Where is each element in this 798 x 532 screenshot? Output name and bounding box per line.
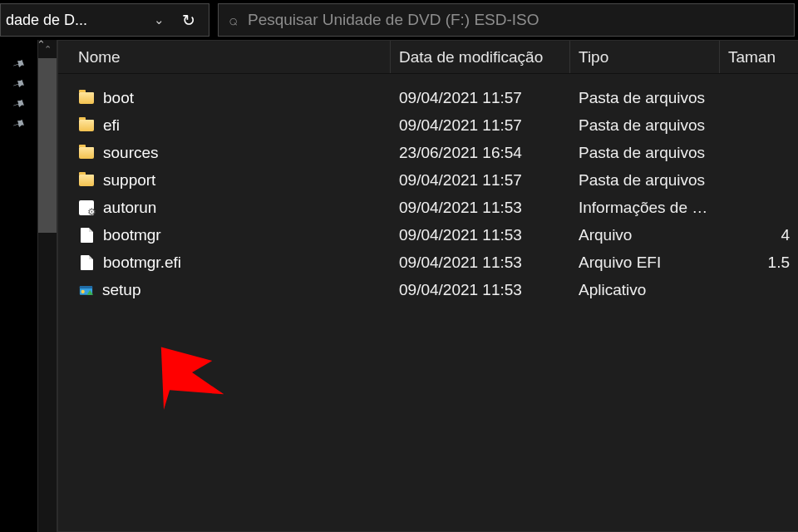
svg-rect-1 bbox=[80, 286, 92, 288]
file-date-cell: 09/04/2021 11:53 bbox=[391, 254, 570, 272]
file-name-cell: autorun bbox=[58, 199, 391, 217]
file-name-cell: efi bbox=[58, 116, 391, 135]
file-name-cell: support bbox=[58, 171, 391, 190]
folder-icon bbox=[78, 117, 95, 134]
search-icon: ⌕ bbox=[229, 12, 238, 29]
sort-indicator-icon: ⌃ bbox=[37, 38, 46, 51]
file-date-cell: 09/04/2021 11:57 bbox=[391, 171, 570, 190]
annotation-arrow-icon bbox=[126, 340, 226, 423]
file-name-label: autorun bbox=[103, 199, 156, 217]
pin-icon[interactable] bbox=[11, 96, 27, 112]
file-name-label: bootmgr bbox=[103, 226, 161, 244]
file-name-label: setup bbox=[102, 281, 140, 299]
file-name-label: bootmgr.efi bbox=[103, 254, 181, 272]
refresh-icon[interactable]: ↻ bbox=[175, 11, 202, 30]
file-name-label: sources bbox=[103, 144, 159, 162]
file-name-cell: bootmgr.efi bbox=[58, 254, 391, 272]
file-icon bbox=[78, 254, 95, 271]
file-size-cell: 4 bbox=[720, 226, 798, 244]
file-panel: Nome Data de modificação Tipo Taman boot… bbox=[57, 40, 798, 532]
address-label: dade de D... bbox=[1, 12, 142, 29]
pin-icon[interactable] bbox=[11, 57, 27, 72]
file-row[interactable]: bootmgr09/04/2021 11:53Arquivo4 bbox=[58, 221, 798, 249]
folder-icon bbox=[78, 90, 95, 106]
file-date-cell: 09/04/2021 11:53 bbox=[391, 199, 570, 217]
column-header-date[interactable]: Data de modificação bbox=[391, 41, 570, 73]
file-row[interactable]: autorun09/04/2021 11:53Informações de co… bbox=[58, 194, 798, 221]
file-type-cell: Arquivo EFI bbox=[570, 254, 720, 272]
file-row[interactable]: support09/04/2021 11:57Pasta de arquivos bbox=[58, 166, 798, 194]
address-bar[interactable]: dade de D... ⌄ ↻ bbox=[0, 3, 209, 37]
file-name-cell: boot bbox=[58, 89, 391, 107]
columns-header: Nome Data de modificação Tipo Taman bbox=[58, 41, 798, 74]
file-icon bbox=[78, 227, 95, 244]
file-type-cell: Aplicativo bbox=[570, 281, 720, 299]
file-name-label: boot bbox=[103, 89, 134, 107]
file-date-cell: 23/06/2021 16:54 bbox=[391, 144, 570, 162]
file-name-label: efi bbox=[103, 116, 120, 135]
file-row[interactable]: boot09/04/2021 11:57Pasta de arquivos bbox=[58, 84, 798, 111]
pin-icon[interactable] bbox=[11, 116, 27, 132]
file-type-cell: Pasta de arquivos bbox=[570, 116, 720, 135]
file-row[interactable]: bootmgr.efi09/04/2021 11:53Arquivo EFI1.… bbox=[58, 249, 798, 276]
svg-point-2 bbox=[81, 289, 85, 293]
pin-icon[interactable] bbox=[11, 76, 27, 92]
top-bar: dade de D... ⌄ ↻ ⌕ Pesquisar Unidade de … bbox=[0, 0, 798, 40]
column-header-name[interactable]: Nome bbox=[58, 41, 391, 73]
search-placeholder: Pesquisar Unidade de DVD (F:) ESD-ISO bbox=[248, 11, 539, 29]
folder-icon bbox=[78, 172, 95, 189]
file-name-label: support bbox=[103, 171, 155, 190]
file-type-cell: Pasta de arquivos bbox=[570, 144, 720, 162]
main-area: ⌃ ⌃ Nome Data de modificação Tipo Taman … bbox=[0, 40, 798, 532]
column-header-type[interactable]: Tipo bbox=[570, 41, 720, 73]
quick-access-panel: ⌃ bbox=[0, 40, 37, 532]
scroll-thumb[interactable] bbox=[38, 58, 57, 233]
file-date-cell: 09/04/2021 11:57 bbox=[391, 116, 570, 135]
tree-scrollbar[interactable]: ⌃ bbox=[37, 40, 57, 532]
file-list: boot09/04/2021 11:57Pasta de arquivosefi… bbox=[58, 74, 798, 303]
svg-marker-3 bbox=[136, 340, 226, 423]
file-date-cell: 09/04/2021 11:57 bbox=[391, 89, 570, 107]
application-icon bbox=[78, 283, 94, 297]
file-date-cell: 09/04/2021 11:53 bbox=[391, 226, 570, 244]
file-row[interactable]: setup09/04/2021 11:53Aplicativo bbox=[58, 276, 798, 303]
file-name-cell: sources bbox=[58, 144, 391, 162]
file-type-cell: Pasta de arquivos bbox=[570, 89, 720, 107]
file-type-cell: Arquivo bbox=[570, 226, 720, 244]
file-type-cell: Pasta de arquivos bbox=[570, 171, 720, 190]
file-name-cell: setup bbox=[58, 281, 391, 299]
file-size-cell: 1.5 bbox=[720, 254, 798, 272]
chevron-down-icon[interactable]: ⌄ bbox=[142, 12, 175, 27]
search-input[interactable]: ⌕ Pesquisar Unidade de DVD (F:) ESD-ISO bbox=[218, 3, 795, 37]
file-type-cell: Informações de co... bbox=[570, 199, 720, 217]
file-row[interactable]: sources23/06/2021 16:54Pasta de arquivos bbox=[58, 139, 798, 166]
folder-icon bbox=[78, 145, 95, 161]
settings-file-icon bbox=[78, 200, 95, 216]
file-name-cell: bootmgr bbox=[58, 226, 391, 244]
scroll-track-space[interactable] bbox=[38, 233, 57, 532]
column-header-size[interactable]: Taman bbox=[720, 41, 798, 73]
file-date-cell: 09/04/2021 11:53 bbox=[391, 281, 570, 299]
file-row[interactable]: efi09/04/2021 11:57Pasta de arquivos bbox=[58, 111, 798, 139]
